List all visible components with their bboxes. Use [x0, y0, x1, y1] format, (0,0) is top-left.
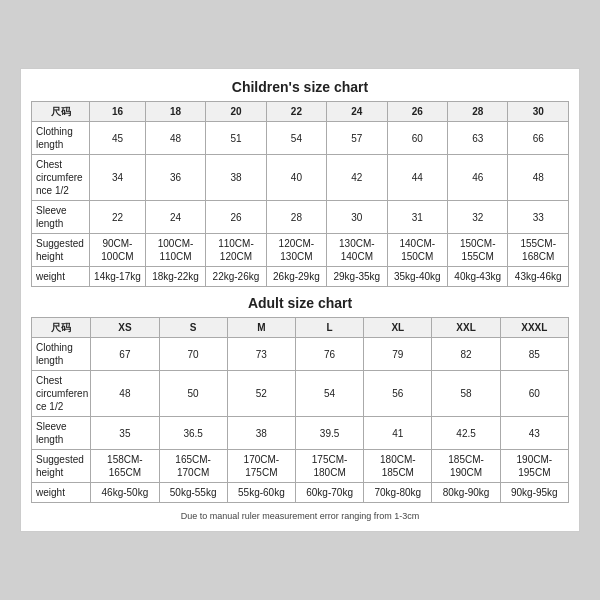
- cell-3-1: 100CM-110CM: [145, 234, 205, 267]
- row-label-0: Clothing length: [32, 122, 90, 155]
- cell-4-1: 18kg-22kg: [145, 267, 205, 287]
- cell-1-6: 46: [448, 155, 508, 201]
- cell-4-4: 70kg-80kg: [364, 483, 432, 503]
- cell-1-4: 42: [327, 155, 387, 201]
- cell-0-1: 70: [159, 338, 227, 371]
- cell-2-6: 43: [500, 417, 568, 450]
- cell-2-4: 30: [327, 201, 387, 234]
- cell-0-3: 54: [266, 122, 326, 155]
- column-header-3: M: [227, 318, 295, 338]
- cell-4-6: 90kg-95kg: [500, 483, 568, 503]
- cell-4-2: 55kg-60kg: [227, 483, 295, 503]
- cell-0-1: 48: [145, 122, 205, 155]
- cell-4-0: 46kg-50kg: [91, 483, 159, 503]
- cell-4-0: 14kg-17kg: [90, 267, 146, 287]
- table-row: weight46kg-50kg50kg-55kg55kg-60kg60kg-70…: [32, 483, 569, 503]
- table-row: Chest circumference 1/248505254565860: [32, 371, 569, 417]
- cell-2-2: 26: [206, 201, 266, 234]
- column-header-4: L: [295, 318, 363, 338]
- cell-1-0: 48: [91, 371, 159, 417]
- cell-0-3: 76: [295, 338, 363, 371]
- cell-1-3: 54: [295, 371, 363, 417]
- cell-0-5: 82: [432, 338, 500, 371]
- column-header-8: 30: [508, 102, 569, 122]
- column-header-4: 22: [266, 102, 326, 122]
- cell-3-5: 140CM-150CM: [387, 234, 447, 267]
- cell-2-7: 33: [508, 201, 569, 234]
- column-header-0: 尺码: [32, 318, 91, 338]
- table-row: Sleeve length2224262830313233: [32, 201, 569, 234]
- cell-2-0: 35: [91, 417, 159, 450]
- row-label-2: Sleeve length: [32, 201, 90, 234]
- row-label-4: weight: [32, 267, 90, 287]
- row-label-0: Clothing length: [32, 338, 91, 371]
- measurement-note: Due to manual ruler measurement error ra…: [31, 511, 569, 521]
- cell-2-3: 39.5: [295, 417, 363, 450]
- cell-2-1: 24: [145, 201, 205, 234]
- column-header-1: XS: [91, 318, 159, 338]
- cell-3-2: 170CM-175CM: [227, 450, 295, 483]
- cell-3-4: 130CM-140CM: [327, 234, 387, 267]
- row-label-4: weight: [32, 483, 91, 503]
- cell-3-5: 185CM-190CM: [432, 450, 500, 483]
- cell-2-6: 32: [448, 201, 508, 234]
- row-label-1: Chest circumference 1/2: [32, 155, 90, 201]
- cell-1-3: 40: [266, 155, 326, 201]
- column-header-1: 16: [90, 102, 146, 122]
- column-header-6: XXL: [432, 318, 500, 338]
- row-label-3: Suggested height: [32, 450, 91, 483]
- adult-size-table: 尺码XSSMLXLXXLXXXL Clothing length67707376…: [31, 317, 569, 503]
- cell-1-5: 44: [387, 155, 447, 201]
- cell-2-5: 31: [387, 201, 447, 234]
- cell-0-7: 66: [508, 122, 569, 155]
- children-size-table: 尺码1618202224262830 Clothing length454851…: [31, 101, 569, 287]
- cell-3-0: 90CM-100CM: [90, 234, 146, 267]
- children-chart-title: Children's size chart: [31, 79, 569, 95]
- column-header-0: 尺码: [32, 102, 90, 122]
- cell-4-1: 50kg-55kg: [159, 483, 227, 503]
- cell-3-7: 155CM-168CM: [508, 234, 569, 267]
- column-header-7: 28: [448, 102, 508, 122]
- cell-4-2: 22kg-26kg: [206, 267, 266, 287]
- table-row: Clothing length67707376798285: [32, 338, 569, 371]
- cell-2-0: 22: [90, 201, 146, 234]
- cell-2-1: 36.5: [159, 417, 227, 450]
- cell-2-3: 28: [266, 201, 326, 234]
- cell-4-3: 60kg-70kg: [295, 483, 363, 503]
- table-row: Clothing length4548515457606366: [32, 122, 569, 155]
- cell-0-4: 57: [327, 122, 387, 155]
- cell-3-3: 120CM-130CM: [266, 234, 326, 267]
- cell-1-6: 60: [500, 371, 568, 417]
- cell-1-5: 58: [432, 371, 500, 417]
- cell-3-6: 190CM-195CM: [500, 450, 568, 483]
- table-row: Chest circumference 1/23436384042444648: [32, 155, 569, 201]
- cell-2-5: 42.5: [432, 417, 500, 450]
- cell-1-7: 48: [508, 155, 569, 201]
- row-label-2: Sleeve length: [32, 417, 91, 450]
- cell-0-6: 63: [448, 122, 508, 155]
- column-header-2: 18: [145, 102, 205, 122]
- cell-0-2: 73: [227, 338, 295, 371]
- cell-4-6: 40kg-43kg: [448, 267, 508, 287]
- cell-4-7: 43kg-46kg: [508, 267, 569, 287]
- cell-2-2: 38: [227, 417, 295, 450]
- cell-3-6: 150CM-155CM: [448, 234, 508, 267]
- cell-0-6: 85: [500, 338, 568, 371]
- column-header-5: 24: [327, 102, 387, 122]
- column-header-2: S: [159, 318, 227, 338]
- cell-0-0: 45: [90, 122, 146, 155]
- row-label-1: Chest circumference 1/2: [32, 371, 91, 417]
- table-row: Suggested height158CM-165CM165CM-170CM17…: [32, 450, 569, 483]
- cell-0-4: 79: [364, 338, 432, 371]
- cell-2-4: 41: [364, 417, 432, 450]
- cell-3-4: 180CM-185CM: [364, 450, 432, 483]
- cell-1-0: 34: [90, 155, 146, 201]
- column-header-6: 26: [387, 102, 447, 122]
- cell-4-5: 80kg-90kg: [432, 483, 500, 503]
- cell-3-2: 110CM-120CM: [206, 234, 266, 267]
- column-header-7: XXXL: [500, 318, 568, 338]
- cell-0-5: 60: [387, 122, 447, 155]
- adult-chart-title: Adult size chart: [31, 295, 569, 311]
- table-row: Sleeve length3536.53839.54142.543: [32, 417, 569, 450]
- size-chart-card: Children's size chart 尺码1618202224262830…: [20, 68, 580, 532]
